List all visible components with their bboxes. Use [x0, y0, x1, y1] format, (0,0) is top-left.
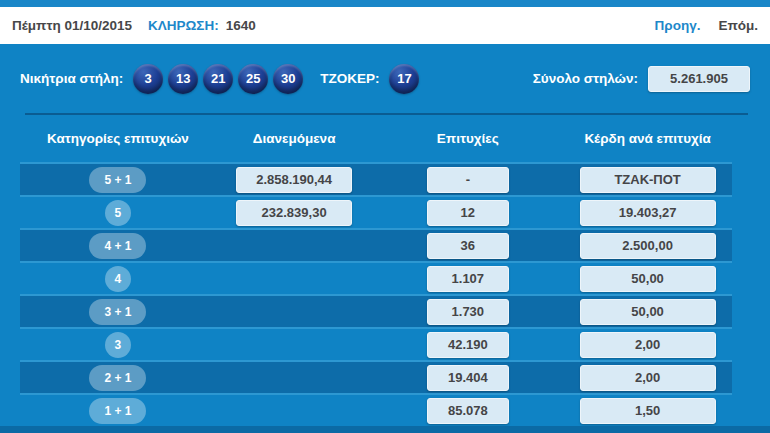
prize-cell: 2.500,00	[563, 230, 732, 261]
wins-box: 42.190	[427, 332, 509, 358]
total-columns-label: Σύνολο στηλών:	[533, 71, 638, 86]
column-header-categories: Κατηγορίες επιτυχιών	[20, 131, 216, 146]
category-badge: 3 + 1	[89, 299, 146, 325]
winning-numbers-band: Νικήτρια στήλη: 3 13 21 25 30 ΤΖΟΚΕΡ: 17…	[0, 44, 770, 113]
table-row: 1 + 1 85.078 1,50	[20, 393, 732, 426]
previous-draw-link[interactable]: Προηγ.	[655, 18, 701, 33]
draw-nav: Προηγ. Επόμ.	[655, 18, 758, 33]
category-badge: 4	[105, 266, 131, 292]
distributed-box: 2.858.190,44	[236, 167, 352, 193]
draw-date: Πέμπτη 01/10/2015	[12, 18, 132, 33]
distributed-cell	[216, 329, 373, 360]
table-body: 5 + 1 2.858.190,44 - ΤΖΑΚ-ΠΟΤ 5 232.839,…	[20, 162, 732, 426]
prize-box: 2,00	[580, 332, 716, 358]
winning-column-label: Νικήτρια στήλη:	[20, 71, 123, 86]
winning-ball: 25	[238, 64, 268, 94]
panel-bottom-edge	[0, 426, 770, 433]
category-cell: 4	[20, 263, 216, 294]
draw-info-header: Πέμπτη 01/10/2015 ΚΛΗΡΩΣΗ: 1640 Προηγ. Ε…	[0, 7, 770, 44]
prize-box: 2.500,00	[580, 233, 716, 259]
prize-box: 50,00	[580, 299, 716, 325]
winning-ball: 30	[273, 64, 303, 94]
prize-cell: 2,00	[563, 362, 732, 393]
column-header-wins: Επιτυχίες	[372, 131, 563, 146]
winning-ball: 21	[203, 64, 233, 94]
distributed-cell	[216, 263, 373, 294]
distributed-cell: 2.858.190,44	[216, 164, 373, 195]
prize-box: 50,00	[580, 266, 716, 292]
ball-number: 21	[211, 71, 225, 86]
column-header-prize: Κέρδη ανά επιτυχία	[563, 131, 732, 146]
column-header-distributed: Διανεμόμενα	[216, 131, 373, 146]
wins-cell: 12	[372, 197, 563, 228]
category-cell: 2 + 1	[20, 362, 216, 393]
wins-box: 1.107	[427, 266, 509, 292]
prize-box: 1,50	[580, 398, 716, 424]
results-table-header: Κατηγορίες επιτυχιών Διανεμόμενα Επιτυχί…	[20, 115, 732, 162]
distributed-cell	[216, 230, 373, 261]
winning-ball: 3	[133, 64, 163, 94]
category-cell: 5	[20, 197, 216, 228]
total-columns-value: 5.261.905	[648, 66, 750, 92]
joker-ball: 17	[389, 64, 419, 94]
ball-number: 3	[145, 71, 152, 86]
wins-cell: -	[372, 164, 563, 195]
table-row: 5 232.839,30 12 19.403,27	[20, 195, 732, 228]
distributed-box: 232.839,30	[236, 200, 352, 226]
category-cell: 3 + 1	[20, 296, 216, 327]
category-badge: 4 + 1	[89, 233, 146, 259]
wins-cell: 36	[372, 230, 563, 261]
wins-cell: 1.107	[372, 263, 563, 294]
wins-cell: 42.190	[372, 329, 563, 360]
table-row: 4 + 1 36 2.500,00	[20, 228, 732, 261]
ball-number: 13	[176, 71, 190, 86]
wins-box: 19.404	[427, 365, 509, 391]
wins-box: 36	[427, 233, 509, 259]
prize-box: 2,00	[580, 365, 716, 391]
category-cell: 5 + 1	[20, 164, 216, 195]
draw-number: 1640	[226, 18, 256, 33]
wins-cell: 19.404	[372, 362, 563, 393]
total-columns-group: Σύνολο στηλών: 5.261.905	[533, 66, 750, 92]
category-badge: 5	[105, 200, 131, 226]
joker-label: ΤΖΟΚΕΡ:	[320, 71, 379, 86]
winning-ball: 13	[168, 64, 198, 94]
prize-box: 19.403,27	[580, 200, 716, 226]
top-accent-bar	[0, 0, 770, 7]
distributed-cell	[216, 395, 373, 426]
prize-box: ΤΖΑΚ-ΠΟΤ	[580, 167, 716, 193]
prize-cell: 50,00	[563, 263, 732, 294]
draw-label: ΚΛΗΡΩΣΗ:	[148, 18, 219, 33]
category-badge: 5 + 1	[89, 167, 146, 193]
table-row: 5 + 1 2.858.190,44 - ΤΖΑΚ-ΠΟΤ	[20, 162, 732, 195]
ball-number: 30	[281, 71, 295, 86]
wins-box: -	[427, 167, 509, 193]
distributed-cell	[216, 296, 373, 327]
prize-cell: 2,00	[563, 329, 732, 360]
prize-cell: 19.403,27	[563, 197, 732, 228]
table-row: 2 + 1 19.404 2,00	[20, 360, 732, 393]
category-cell: 4 + 1	[20, 230, 216, 261]
wins-cell: 1.730	[372, 296, 563, 327]
table-row: 3 + 1 1.730 50,00	[20, 294, 732, 327]
category-badge: 2 + 1	[89, 365, 146, 391]
wins-box: 85.078	[427, 398, 509, 424]
table-row: 4 1.107 50,00	[20, 261, 732, 294]
category-badge: 1 + 1	[89, 398, 146, 424]
category-cell: 1 + 1	[20, 395, 216, 426]
category-badge: 3	[105, 332, 131, 358]
wins-box: 1.730	[427, 299, 509, 325]
next-draw-link[interactable]: Επόμ.	[718, 18, 758, 33]
category-cell: 3	[20, 329, 216, 360]
distributed-cell	[216, 362, 373, 393]
ball-number: 25	[246, 71, 260, 86]
table-row: 3 42.190 2,00	[20, 327, 732, 360]
results-panel: Νικήτρια στήλη: 3 13 21 25 30 ΤΖΟΚΕΡ: 17…	[0, 44, 770, 433]
prize-cell: ΤΖΑΚ-ΠΟΤ	[563, 164, 732, 195]
wins-box: 12	[427, 200, 509, 226]
prize-cell: 1,50	[563, 395, 732, 426]
prize-cell: 50,00	[563, 296, 732, 327]
draw-info-left: Πέμπτη 01/10/2015 ΚΛΗΡΩΣΗ: 1640	[12, 18, 256, 33]
distributed-cell: 232.839,30	[216, 197, 373, 228]
winning-balls: 3 13 21 25 30	[133, 64, 303, 94]
